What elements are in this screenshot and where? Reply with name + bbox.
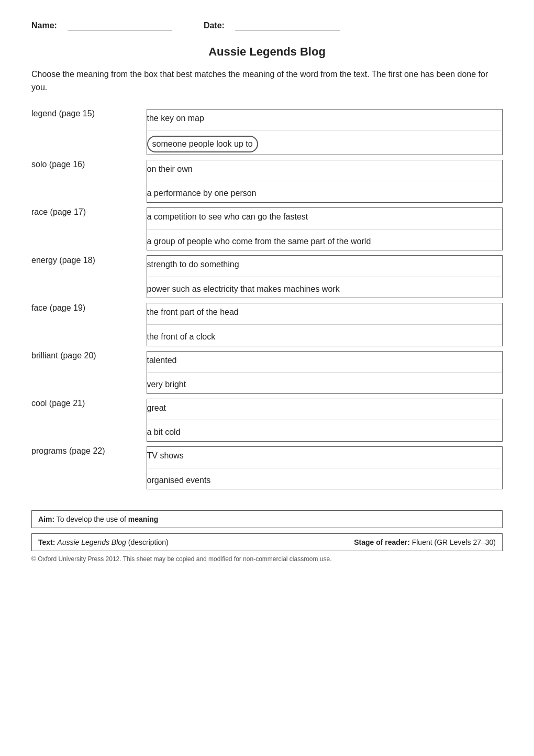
- meaning-option: great: [147, 399, 503, 417]
- aim-text: To develop the use of: [57, 515, 128, 523]
- word-cell: energy (page 18): [31, 256, 147, 298]
- stage-label: Stage of reader:: [354, 538, 410, 546]
- text-label-group: Text: Aussie Legends Blog (description): [38, 538, 169, 546]
- text-italic: Aussie Legends Blog: [57, 538, 126, 546]
- meaning-option: organised events: [147, 472, 503, 489]
- meaning-option: power such as electricity that makes mac…: [147, 280, 503, 298]
- aim-bold: meaning: [128, 515, 159, 523]
- meaning-option: on their own: [147, 160, 503, 178]
- meaning-option: talented: [147, 352, 503, 369]
- table-row: cool (page 21)greata bit cold: [31, 399, 503, 441]
- spacer-row: [31, 441, 503, 446]
- aim-row: Aim: To develop the use of meaning: [31, 510, 503, 528]
- meaning-option: a performance by one person: [147, 184, 503, 202]
- spacer-row: [31, 155, 503, 160]
- table-row: solo (page 16)on their owna performance …: [31, 160, 503, 202]
- date-label: Date:: [204, 21, 225, 30]
- stage-group: Stage of reader: Fluent (GR Levels 27–30…: [354, 538, 496, 546]
- name-label: Name:: [31, 21, 57, 30]
- header-row: Name: Date:: [31, 21, 503, 30]
- meaning-option: a bit cold: [147, 423, 503, 441]
- meaning-cell: strength to do somethingpower such as el…: [147, 256, 503, 298]
- word-cell: programs (page 22): [31, 446, 147, 489]
- instructions-text: Choose the meaning from the box that bes…: [31, 68, 503, 94]
- page-title: Aussie Legends Blog: [31, 45, 503, 59]
- meaning-option: TV shows: [147, 447, 503, 465]
- word-cell: race (page 17): [31, 207, 147, 250]
- text-suffix: (description): [128, 538, 169, 546]
- spacer-row: [31, 202, 503, 207]
- spacer-row: [31, 489, 503, 495]
- spacer-row: [31, 298, 503, 303]
- word-cell: face (page 19): [31, 303, 147, 346]
- table-row: energy (page 18)strength to do something…: [31, 256, 503, 298]
- spacer-row: [31, 346, 503, 351]
- meaning-option: strength to do something: [147, 256, 503, 273]
- text-label: Text:: [38, 538, 55, 546]
- meaning-cell: on their owna performance by one person: [147, 160, 503, 202]
- meaning-cell: talentedvery bright: [147, 351, 503, 393]
- meaning-option: a competition to see who can go the fast…: [147, 208, 503, 226]
- meaning-cell: a competition to see who can go the fast…: [147, 207, 503, 250]
- meaning-option: the key on map: [147, 109, 503, 127]
- word-cell: cool (page 21): [31, 399, 147, 441]
- table-row: race (page 17)a competition to see who c…: [31, 207, 503, 250]
- meaning-option: the front part of the head: [147, 303, 503, 321]
- spacer-row: [31, 250, 503, 256]
- stage-value: Fluent (GR Levels 27–30): [412, 538, 496, 546]
- spacer-row: [31, 393, 503, 399]
- meaning-option: very bright: [147, 376, 503, 393]
- meaning-option: someone people look up to: [147, 134, 503, 155]
- text-stage-row: Text: Aussie Legends Blog (description) …: [31, 533, 503, 551]
- meaning-cell: TV showsorganised events: [147, 446, 503, 489]
- copyright-text: © Oxford University Press 2012. This she…: [31, 555, 503, 563]
- table-row: programs (page 22)TV showsorganised even…: [31, 446, 503, 489]
- word-cell: solo (page 16): [31, 160, 147, 202]
- meaning-option: the front of a clock: [147, 328, 503, 346]
- date-line: [235, 21, 340, 30]
- vocab-table: legend (page 15)the key on mapsomeone pe…: [31, 109, 503, 495]
- table-row: face (page 19)the front part of the head…: [31, 303, 503, 346]
- meaning-cell: the front part of the headthe front of a…: [147, 303, 503, 346]
- word-cell: legend (page 15): [31, 109, 147, 155]
- meaning-option: a group of people who come from the same…: [147, 233, 503, 250]
- meaning-cell: greata bit cold: [147, 399, 503, 441]
- circled-answer: someone people look up to: [147, 136, 258, 152]
- name-line: [68, 21, 172, 30]
- meaning-cell: the key on mapsomeone people look up to: [147, 109, 503, 155]
- word-cell: brilliant (page 20): [31, 351, 147, 393]
- table-row: brilliant (page 20)talentedvery bright: [31, 351, 503, 393]
- aim-label: Aim:: [38, 515, 54, 523]
- table-row: legend (page 15)the key on mapsomeone pe…: [31, 109, 503, 155]
